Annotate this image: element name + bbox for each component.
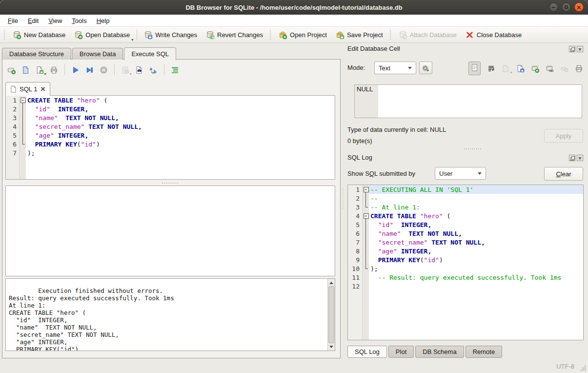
sql-log-view[interactable]: 1-- EXECUTING ALL IN 'SQL 1'2--3-- At li… <box>347 185 584 340</box>
open-sql-file-icon[interactable] <box>21 66 30 74</box>
horizontal-splitter[interactable] <box>5 182 335 185</box>
save-project-icon <box>336 31 344 39</box>
tab-remote[interactable]: Remote <box>466 346 503 358</box>
fold-marker-icon[interactable] <box>363 185 369 194</box>
scrollbar-thumb[interactable] <box>328 286 334 343</box>
cell-value-editor[interactable]: NULL <box>354 84 582 118</box>
float-panel-icon[interactable] <box>569 46 575 52</box>
window-title: DB Browser for SQLite - /home/user/code/… <box>185 4 402 11</box>
text-mode-toggle[interactable] <box>468 62 481 75</box>
right-panel: Edit Database Cell Mode: Text ▾ <box>345 43 584 359</box>
fold-marker-icon[interactable] <box>20 96 26 104</box>
open-project-button[interactable]: Open Project <box>274 29 331 41</box>
new-database-button[interactable]: New Database <box>8 29 70 41</box>
mode-select[interactable]: Text <box>374 62 416 74</box>
main-tabbar: Database Structure Browse Data Execute S… <box>2 47 177 60</box>
copy-link-icon[interactable] <box>546 64 554 73</box>
toolbar-separator <box>64 64 65 75</box>
submitted-by-select[interactable]: User <box>435 167 486 180</box>
sql-editor-tab[interactable]: SQL 1 ✕ <box>5 82 50 96</box>
save-results-icon[interactable]: ▾ <box>121 66 129 74</box>
toolbar-drag-handle[interactable] <box>4 30 6 40</box>
execute-sql-pane: ▾ ▾ ab SQL 1 ✕ 1CREATE TABLE "hero" <box>2 59 341 358</box>
code-line: 1CREATE TABLE "hero" ( <box>6 96 335 104</box>
save-project-button[interactable]: Save Project <box>331 29 387 41</box>
menu-help[interactable]: Help <box>92 16 115 26</box>
fold-margin <box>20 131 26 140</box>
stop-icon[interactable] <box>100 66 108 74</box>
export-data-icon[interactable] <box>516 64 525 73</box>
toolbar-drag-handle[interactable] <box>270 30 272 40</box>
scrollbar[interactable] <box>327 279 335 351</box>
open-database-button[interactable]: Open Database ▾ <box>70 29 134 41</box>
toolbar-drag-handle[interactable] <box>390 30 392 40</box>
menu-tools[interactable]: Tools <box>67 16 91 26</box>
code-line: 4 "secret_name" TEXT NOT NULL, <box>6 122 335 131</box>
resize-grip[interactable] <box>580 365 586 371</box>
apply-format-button[interactable] <box>419 62 432 74</box>
execute-all-icon[interactable] <box>71 66 80 74</box>
open-tab-icon[interactable] <box>7 66 16 74</box>
close-button[interactable] <box>574 2 584 12</box>
apply-button[interactable]: Apply <box>544 129 583 143</box>
code-line: 3 "name" TEXT NOT NULL, <box>6 113 335 122</box>
fold-margin <box>363 229 369 238</box>
scroll-down-icon[interactable] <box>328 343 334 350</box>
fold-margin <box>363 203 369 211</box>
open-database-dropdown-arrow[interactable]: ▾ <box>131 38 133 42</box>
code-line: 6 "name" TEXT NOT NULL, <box>348 229 583 238</box>
close-panel-icon[interactable] <box>577 155 583 161</box>
clear-button[interactable]: Clear <box>544 167 583 181</box>
revert-changes-button[interactable]: Revert Changes <box>202 29 267 41</box>
bottom-dock-tabbar: SQL Log Plot DB Schema Remote <box>347 346 502 358</box>
write-changes-button[interactable]: Write Changes <box>140 29 202 41</box>
close-panel-icon[interactable] <box>577 46 583 52</box>
tab-database-structure[interactable]: Database Structure <box>2 48 71 60</box>
menu-edit[interactable]: Edit <box>23 16 43 26</box>
scroll-up-icon[interactable] <box>328 279 334 286</box>
horizontal-splitter[interactable] <box>465 148 481 149</box>
replace-icon[interactable]: ab <box>149 66 158 74</box>
open-external-icon[interactable] <box>531 64 539 73</box>
tab-plot[interactable]: Plot <box>388 346 414 358</box>
print-icon[interactable] <box>575 64 583 73</box>
save-results-dropdown-arrow[interactable]: ▾ <box>129 72 131 76</box>
fold-margin <box>363 273 369 282</box>
vertical-splitter[interactable] <box>342 188 344 208</box>
import-dropdown-arrow[interactable]: ▾ <box>510 70 512 75</box>
menu-view[interactable]: View <box>43 16 67 26</box>
float-panel-icon[interactable] <box>569 155 575 161</box>
set-null-icon[interactable] <box>560 64 568 73</box>
code-line: 2 "id" INTEGER, <box>6 104 335 113</box>
write-changes-icon <box>144 31 152 39</box>
execute-line-icon[interactable] <box>85 66 94 74</box>
close-tab-icon[interactable]: ✕ <box>40 86 45 92</box>
titlebar[interactable]: DB Browser for SQLite - /home/user/code/… <box>0 0 588 15</box>
cell-type-info: Type of data currently in cell: NULL <box>347 126 446 133</box>
code-line: 11 -- Result: query executed successfull… <box>348 273 583 282</box>
tab-db-schema[interactable]: DB Schema <box>415 346 464 358</box>
fold-margin <box>20 140 26 148</box>
cell-null-value: NULL <box>355 85 378 118</box>
save-sql-file-icon[interactable]: ▾ <box>36 66 44 74</box>
print-icon[interactable] <box>50 66 58 74</box>
svg-text:a: a <box>150 66 152 71</box>
tab-execute-sql[interactable]: Execute SQL <box>124 47 176 60</box>
fold-marker-icon[interactable] <box>363 211 369 220</box>
find-icon[interactable] <box>135 66 143 74</box>
code-line: 9 PRIMARY KEY("id") <box>348 255 583 264</box>
sql-editor[interactable]: 1CREATE TABLE "hero" (2 "id" INTEGER,3 "… <box>5 95 335 180</box>
tab-sql-log[interactable]: SQL Log <box>347 346 387 358</box>
maximize-button[interactable] <box>562 2 571 12</box>
save-sql-dropdown-arrow[interactable]: ▾ <box>44 72 46 76</box>
open-database-icon <box>74 31 82 39</box>
close-database-button[interactable]: Close Database <box>461 29 527 41</box>
word-wrap-icon[interactable] <box>487 64 495 73</box>
attach-database-button[interactable]: Attach Database <box>394 29 461 41</box>
format-icon[interactable] <box>171 66 179 74</box>
filter-label: Show SQL submitted by <box>347 170 415 177</box>
minimize-button[interactable] <box>549 2 558 12</box>
menu-file[interactable]: File <box>3 16 23 26</box>
import-data-icon[interactable]: ▾ <box>502 64 510 73</box>
tab-browse-data[interactable]: Browse Data <box>72 48 123 60</box>
